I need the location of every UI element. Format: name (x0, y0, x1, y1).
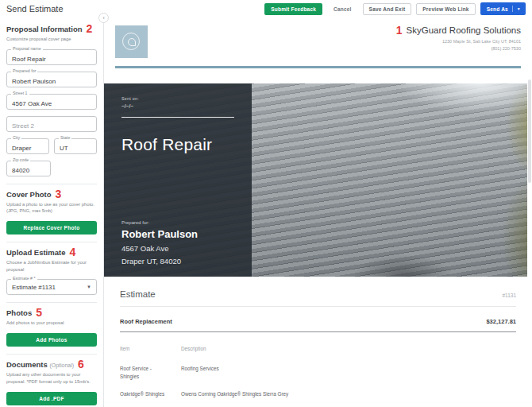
proposal-header: 1 SkyGuard Roofing Solutions 1230 Maple … (104, 17, 532, 64)
step-number-badge: 5 (36, 308, 42, 316)
replace-cover-photo-button[interactable]: Replace Cover Photo (6, 221, 97, 235)
optional-suffix: (Optional) (49, 362, 74, 368)
estimate-group-total: $32,127.81 (486, 318, 516, 325)
section-subtitle: Upload any other documents to your propo… (6, 371, 97, 385)
estimate-section: Estimate #1131 Roof Replacement $32,127.… (104, 277, 532, 407)
proposal-cover-title: Roof Repair (121, 135, 234, 154)
section-upload-estimate: Upload Estimate 4 Choose a JobNimbus Est… (6, 242, 97, 302)
section-title: Photos (6, 308, 32, 317)
zip-field-wrap: Zip code (6, 161, 51, 176)
sent-on-label: Sent on: (121, 96, 234, 101)
cover-overlay: Sent on: ~/~/~ Roof Repair Prepared for:… (104, 83, 252, 277)
proposal-name-input[interactable] (7, 52, 96, 66)
prepared-for-input[interactable] (7, 74, 96, 88)
submit-feedback-button[interactable]: Submit Feedback (264, 3, 322, 15)
state-label: State (59, 136, 71, 140)
estimate-heading: Estimate (120, 289, 156, 299)
section-title: Upload Estimate (6, 248, 65, 257)
street1-label: Street 1 (11, 91, 29, 95)
prepared-for-label: Prepared for (11, 69, 37, 73)
estimate-group-row: Roof Replacement $32,127.81 (120, 318, 516, 332)
section-subtitle: Customize proposal cover page (6, 36, 97, 43)
table-row: Roof Service - Shingles Roofing Services (120, 365, 516, 381)
estimate-select-label: Estimate # * (11, 277, 37, 281)
company-info: 1 SkyGuard Roofing Solutions 1230 Maple … (396, 25, 521, 53)
recipient-name: Robert Paulson (121, 228, 234, 240)
scrollbar-thumb[interactable] (528, 79, 531, 183)
section-title: Cover Photo (6, 190, 51, 199)
section-subtitle: Add photos to your proposal (6, 320, 97, 327)
street2-input[interactable] (7, 118, 96, 133)
table-row: Oakridge® Shingles Owens Corning Oakridg… (120, 390, 516, 398)
company-address: 1230 Maple St, Salt Lake City UT, 84101 … (396, 38, 521, 53)
preview-web-link-button[interactable]: Preview Web Link (416, 3, 475, 15)
proposal-name-label: Proposal name (11, 47, 43, 51)
prepared-for-field-wrap: Prepared for (6, 72, 97, 87)
add-pdf-button[interactable]: Add .PDF (6, 392, 97, 405)
send-as-label: Send As (487, 6, 508, 12)
chevron-down-icon: ▼ (87, 285, 91, 289)
recipient-city-line: Draper UT, 84020 (121, 257, 234, 266)
street1-input[interactable] (7, 96, 96, 110)
save-and-exit-button[interactable]: Save And Exit (363, 3, 412, 15)
zip-input[interactable] (7, 163, 50, 177)
step-number-badge: 3 (55, 190, 61, 198)
column-header-item: Item (120, 345, 181, 353)
sent-on-value: ~/~/~ (121, 103, 234, 109)
state-input[interactable] (55, 141, 96, 155)
cover-divider (121, 117, 234, 118)
top-toolbar: Send Estimate Submit Feedback Cancel Sav… (0, 0, 532, 17)
zip-label: Zip code (11, 158, 30, 162)
cover-photo: Sent on: ~/~/~ Roof Repair Prepared for:… (104, 83, 532, 277)
step-number-badge: 6 (78, 360, 84, 368)
chevron-down-icon: ▼ (517, 7, 521, 11)
estimate-heading-rule (120, 306, 516, 307)
company-name: SkyGuard Roofing Solutions (407, 25, 521, 35)
section-subtitle: Choose a JobNimbus Estimate for your pro… (6, 259, 97, 273)
step-number-badge: 4 (69, 248, 75, 256)
proposal-name-field-wrap: Proposal name (6, 49, 97, 65)
street2-field-wrap (6, 116, 97, 132)
button-separator (512, 6, 513, 12)
company-street: 1230 Maple St, Salt Lake City UT, 84101 (396, 38, 521, 45)
table-header-row: Item Description (120, 345, 516, 353)
estimate-select[interactable]: Estimate # * Estimate #1131 ▼ (6, 279, 97, 295)
step-number-badge: 1 (396, 26, 403, 34)
city-input[interactable] (7, 141, 48, 155)
cancel-button[interactable]: Cancel (327, 3, 358, 15)
section-proposal-information: Proposal Information 2 Customize proposa… (6, 19, 97, 184)
company-logo (115, 25, 148, 58)
item-cell: Roof Service - Shingles (120, 365, 181, 381)
city-field-wrap: City (6, 138, 49, 154)
description-cell: Roofing Services (181, 365, 516, 381)
section-title: Proposal Information (6, 25, 83, 33)
add-photos-button[interactable]: Add Photos (6, 333, 97, 347)
section-subtitle: Upload a photo to use as your cover phot… (6, 201, 97, 215)
estimate-group-name: Roof Replacement (120, 318, 172, 325)
collapse-sidebar-button[interactable]: ‹ (98, 13, 109, 23)
recipient-street: 4567 Oak Ave (121, 244, 234, 253)
item-cell: Oakridge® Shingles (120, 390, 181, 398)
estimate-select-value: Estimate #1131 (12, 284, 56, 291)
preview-scrollbar[interactable] (527, 17, 532, 407)
section-photos: Photos 5 Add photos to your proposal Add… (6, 302, 97, 354)
city-label: City (11, 136, 21, 140)
section-cover-photo: Cover Photo 3 Upload a photo to use as y… (6, 184, 97, 242)
section-documents: Documents (Optional) 6 Upload any other … (6, 354, 97, 407)
estimate-number: #1131 (502, 293, 516, 298)
state-field-wrap: State (54, 138, 97, 154)
column-header-description: Description (181, 345, 516, 353)
toolbar-actions: Submit Feedback Cancel Save And Exit Pre… (264, 2, 526, 15)
prepared-for-label: Prepared for: (121, 220, 234, 225)
logo-swirl-icon (122, 33, 140, 50)
send-estimate-page: Send Estimate Submit Feedback Cancel Sav… (0, 0, 532, 407)
step-number-badge: 2 (87, 25, 93, 33)
street1-field-wrap: Street 1 (6, 94, 97, 110)
estimate-line-items-table: Item Description Roof Service - Shingles… (120, 345, 516, 407)
section-title: Documents (Optional) (6, 360, 74, 369)
prepared-for-block: Prepared for: Robert Paulson 4567 Oak Av… (121, 220, 234, 266)
header-rule (115, 66, 521, 68)
proposal-preview-panel: 1 SkyGuard Roofing Solutions 1230 Maple … (104, 17, 532, 407)
send-as-button[interactable]: Send As ▼ (480, 2, 526, 15)
company-phone: (801) 220-7530 (396, 45, 521, 52)
